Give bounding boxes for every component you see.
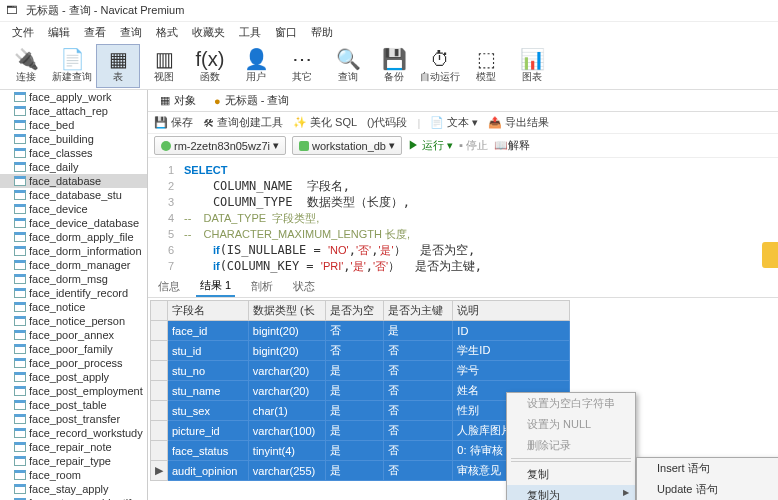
sql-editor[interactable]: 1SELECT 2 COLUMN_NAME 字段名, 3 COLUMN_TYPE… <box>148 158 778 276</box>
result-tab[interactable]: 结果 1 <box>196 276 235 297</box>
query-builder-button[interactable]: 🛠 查询创建工具 <box>203 115 283 130</box>
code-snippet-button[interactable]: ()代码段 <box>367 115 407 130</box>
tree-item[interactable]: face_dorm_manager <box>0 258 147 272</box>
tab-query[interactable]: ●无标题 - 查询 <box>208 91 295 110</box>
tool-查询[interactable]: 🔍查询 <box>326 44 370 88</box>
tree-item[interactable]: face_poor_process <box>0 356 147 370</box>
menu-item[interactable]: 复制为 <box>507 485 635 500</box>
cell[interactable]: varchar(100) <box>248 421 325 441</box>
column-header[interactable]: 是否为空 <box>326 301 384 321</box>
menu-收藏夹[interactable]: 收藏夹 <box>186 23 231 42</box>
menu-item[interactable]: 设置为空白字符串 <box>507 393 635 414</box>
tree-item[interactable]: face_daily <box>0 160 147 174</box>
cell[interactable]: bigint(20) <box>248 321 325 341</box>
cell[interactable]: stu_no <box>168 361 249 381</box>
menu-帮助[interactable]: 帮助 <box>305 23 339 42</box>
cell[interactable]: stu_name <box>168 381 249 401</box>
tool-模型[interactable]: ⬚模型 <box>464 44 508 88</box>
cell[interactable]: 是 <box>326 401 384 421</box>
run-button[interactable]: ▶ 运行 ▾ <box>408 138 453 153</box>
menu-查询[interactable]: 查询 <box>114 23 148 42</box>
tree-item[interactable]: face_dorm_information <box>0 244 147 258</box>
row-header[interactable] <box>151 441 168 461</box>
column-header[interactable]: 是否为主键 <box>383 301 452 321</box>
tree-item[interactable]: face_building <box>0 132 147 146</box>
tree-item[interactable]: face_post_apply <box>0 370 147 384</box>
cell[interactable]: varchar(20) <box>248 361 325 381</box>
cell[interactable]: stu_id <box>168 341 249 361</box>
object-tree[interactable]: face_apply_workface_attach_repface_bedfa… <box>0 90 148 500</box>
tree-item[interactable]: face_identify_record <box>0 286 147 300</box>
tree-item[interactable]: face_notice_person <box>0 314 147 328</box>
result-tab[interactable]: 剖析 <box>247 277 277 296</box>
tree-item[interactable]: face_post_table <box>0 398 147 412</box>
cell[interactable]: 是 <box>326 381 384 401</box>
tree-item[interactable]: face_database <box>0 174 147 188</box>
tool-图表[interactable]: 📊图表 <box>510 44 554 88</box>
tool-新建查询[interactable]: 📄新建查询 <box>50 44 94 88</box>
tree-item[interactable]: face_post_employment <box>0 384 147 398</box>
tree-item[interactable]: face_device <box>0 202 147 216</box>
tree-item[interactable]: face_stranger_identify_ <box>0 496 147 500</box>
tree-item[interactable]: face_poor_family <box>0 342 147 356</box>
tree-item[interactable]: face_dorm_apply_file <box>0 230 147 244</box>
cell[interactable]: char(1) <box>248 401 325 421</box>
context-menu[interactable]: 设置为空白字符串设置为 NULL删除记录复制复制为粘贴显示 <box>506 392 636 500</box>
cell[interactable]: stu_sex <box>168 401 249 421</box>
text-button[interactable]: 📄 文本 ▾ <box>430 115 478 130</box>
beautify-sql-button[interactable]: ✨ 美化 SQL <box>293 115 357 130</box>
tree-item[interactable]: face_room <box>0 468 147 482</box>
tool-备份[interactable]: 💾备份 <box>372 44 416 88</box>
cell[interactable]: face_id <box>168 321 249 341</box>
row-header[interactable] <box>151 381 168 401</box>
menu-文件[interactable]: 文件 <box>6 23 40 42</box>
row-header[interactable] <box>151 321 168 341</box>
menu-查看[interactable]: 查看 <box>78 23 112 42</box>
cell[interactable]: 否 <box>383 341 452 361</box>
tool-表[interactable]: ▦表 <box>96 44 140 88</box>
cell[interactable]: varchar(20) <box>248 381 325 401</box>
tool-函数[interactable]: f(x)函数 <box>188 44 232 88</box>
tree-item[interactable]: face_bed <box>0 118 147 132</box>
result-tab[interactable]: 信息 <box>154 277 184 296</box>
tree-item[interactable]: face_apply_work <box>0 90 147 104</box>
result-grid[interactable]: 字段名数据类型 (长是否为空是否为主键说明face_idbigint(20)否是… <box>150 300 776 481</box>
export-button[interactable]: 📤 导出结果 <box>488 115 549 130</box>
result-tab[interactable]: 状态 <box>289 277 319 296</box>
submenu-item[interactable]: Update 语句 <box>637 479 778 500</box>
cell[interactable]: 否 <box>326 321 384 341</box>
tool-视图[interactable]: ▥视图 <box>142 44 186 88</box>
cell[interactable]: 否 <box>383 421 452 441</box>
cell[interactable]: 否 <box>383 401 452 421</box>
tab-objects[interactable]: ▦对象 <box>154 91 202 110</box>
save-button[interactable]: 💾 保存 <box>154 115 193 130</box>
column-header[interactable]: 说明 <box>453 301 570 321</box>
cell[interactable]: 否 <box>383 461 452 481</box>
cell[interactable]: ID <box>453 321 570 341</box>
tree-item[interactable]: face_post_transfer <box>0 412 147 426</box>
tree-item[interactable]: face_classes <box>0 146 147 160</box>
cell[interactable]: 是 <box>383 321 452 341</box>
cell[interactable]: bigint(20) <box>248 341 325 361</box>
tree-item[interactable]: face_repair_note <box>0 440 147 454</box>
tree-item[interactable]: face_attach_rep <box>0 104 147 118</box>
cell[interactable]: tinyint(4) <box>248 441 325 461</box>
cell[interactable]: 否 <box>383 381 452 401</box>
tree-item[interactable]: face_stay_apply <box>0 482 147 496</box>
tool-用户[interactable]: 👤用户 <box>234 44 278 88</box>
tree-item[interactable]: face_notice <box>0 300 147 314</box>
cell[interactable]: 是 <box>326 361 384 381</box>
row-header[interactable] <box>151 341 168 361</box>
cell[interactable]: 是 <box>326 461 384 481</box>
submenu-item[interactable]: Insert 语句 <box>637 458 778 479</box>
column-header[interactable]: 数据类型 (长 <box>248 301 325 321</box>
row-header[interactable]: ▶ <box>151 461 168 481</box>
cell[interactable]: 否 <box>383 361 452 381</box>
tree-item[interactable]: face_dorm_msg <box>0 272 147 286</box>
menu-格式[interactable]: 格式 <box>150 23 184 42</box>
row-header[interactable] <box>151 401 168 421</box>
cell[interactable]: 否 <box>383 441 452 461</box>
menu-item[interactable]: 复制 <box>507 464 635 485</box>
cell[interactable]: 学号 <box>453 361 570 381</box>
explain-button[interactable]: 📖解释 <box>494 138 530 153</box>
